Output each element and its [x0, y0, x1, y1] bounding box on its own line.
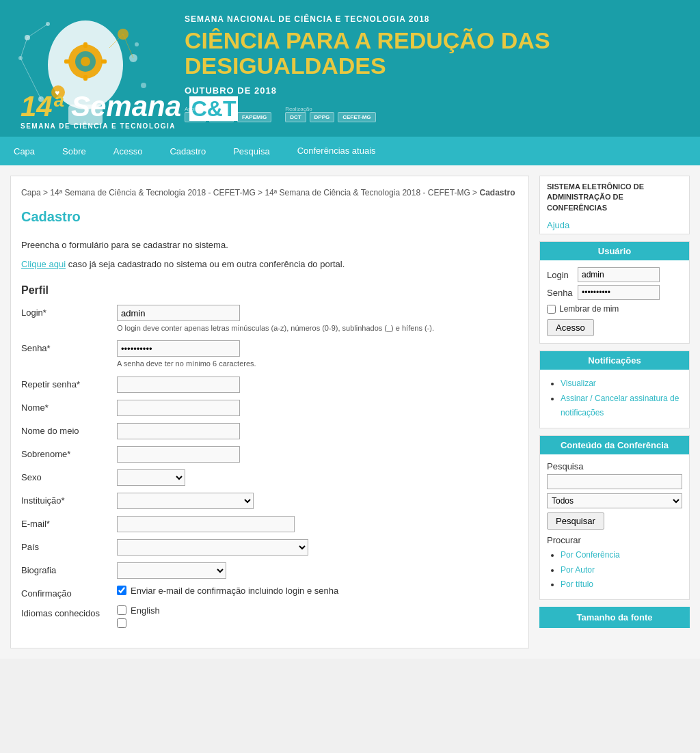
- sponsor-dct: DCT: [285, 112, 306, 122]
- notificacoes-item-2[interactable]: Assinar / Cancelar assinatura de notific…: [561, 392, 682, 421]
- idiomas-label: Idiomas conhecidos: [21, 605, 110, 618]
- senha-sidebar-input[interactable]: [578, 285, 660, 300]
- notificacoes-section-title: Notificações: [540, 351, 689, 370]
- sobrenome-field: [117, 446, 518, 463]
- header-right: SEMANA NACIONAL DE CIÊNCIA E TECNOLOGIA …: [164, 1, 700, 137]
- nome-meio-input[interactable]: [117, 423, 240, 439]
- procurar-link-1[interactable]: Por Conferência: [561, 550, 620, 560]
- email-label: E-mail*: [21, 516, 110, 529]
- nav-cadastro[interactable]: Cadastro: [156, 137, 219, 165]
- email-field: [117, 516, 518, 532]
- senha-hint: A senha deve ter no mínimo 6 caracteres.: [117, 359, 518, 369]
- senha-input[interactable]: [117, 340, 240, 357]
- sexo-select[interactable]: Masculino Feminino: [117, 469, 185, 486]
- idiomas-field: English: [117, 605, 518, 631]
- nome-meio-field: [117, 423, 518, 439]
- confirmacao-field: Enviar e-mail de confirmação incluindo l…: [117, 586, 518, 599]
- repetir-senha-input[interactable]: [117, 376, 240, 393]
- login-sidebar-input[interactable]: [578, 267, 660, 282]
- procurar-item-1[interactable]: Por Conferência: [561, 548, 682, 563]
- sponsor-dppg: DPPG: [310, 112, 335, 122]
- extra-checkbox-row: [117, 618, 518, 628]
- senha-field: A senha deve ter no mínimo 6 caracteres.: [117, 340, 518, 369]
- usuario-section-title: Usuário: [540, 242, 689, 260]
- instituicao-label: Instituição*: [21, 493, 110, 506]
- senha-label: Senha*: [21, 340, 110, 353]
- procurar-label: Procurar: [547, 535, 682, 545]
- procurar-link-2[interactable]: Por Autor: [561, 565, 595, 575]
- email-row: E-mail*: [21, 516, 518, 532]
- email-input[interactable]: [117, 516, 295, 532]
- svg-rect-13: [83, 42, 88, 48]
- pesquisar-button[interactable]: Pesquisar: [547, 512, 604, 530]
- logo-text-area: 14ª Semana C&T SEMANA DE CIÊNCIA E TECNO…: [21, 92, 238, 130]
- sobrenome-row: Sobrenome*: [21, 446, 518, 463]
- login-row: Login* O login deve conter apenas letras…: [21, 305, 518, 333]
- apoio-label: Apoio: [185, 106, 198, 112]
- sidebar-system-title: SISTEMA ELETRÔNICO DE ADMINISTRAÇÃO DE C…: [540, 176, 689, 217]
- confirmacao-label: Confirmação: [21, 586, 110, 599]
- pais-select[interactable]: [117, 539, 308, 556]
- nome-input[interactable]: [117, 400, 240, 416]
- intro-link[interactable]: Clique aqui: [21, 259, 66, 269]
- usuario-section-body: Login Senha Lembrar de mim Acesso: [540, 260, 689, 343]
- english-label: English: [131, 605, 160, 616]
- sponsor-fapemig: FAPEMIG: [237, 112, 271, 122]
- notificacoes-item-1[interactable]: Visualizar: [561, 376, 682, 392]
- svg-line-7: [21, 38, 27, 58]
- nav-acesso[interactable]: Acesso: [100, 137, 157, 165]
- extra-checkbox[interactable]: [117, 618, 126, 628]
- notificacoes-link-1[interactable]: Visualizar: [561, 379, 596, 388]
- sidebar-help-link[interactable]: Ajuda: [540, 217, 689, 234]
- senha-sidebar-label: Senha: [547, 288, 574, 298]
- nav-bar: Capa Sobre Acesso Cadastro Pesquisa Conf…: [0, 137, 700, 165]
- confirmacao-checkbox-label: Enviar e-mail de confirmação incluindo l…: [131, 586, 338, 596]
- pesquisa-select[interactable]: Todos: [547, 493, 682, 508]
- font-size-button[interactable]: Tamanho da fonte: [539, 607, 690, 628]
- content-left: Capa > 14ª Semana de Ciência & Tecnologi…: [10, 176, 529, 648]
- procurar-link-3[interactable]: Por título: [561, 579, 593, 589]
- nav-sobre[interactable]: Sobre: [49, 137, 100, 165]
- sobrenome-input[interactable]: [117, 446, 240, 463]
- pais-row: País: [21, 539, 518, 556]
- biografia-label: Biografia: [21, 562, 110, 575]
- english-checkbox[interactable]: [117, 605, 126, 615]
- svg-line-6: [27, 24, 48, 38]
- realizacao-label: Realização: [285, 106, 312, 112]
- nome-meio-row: Nome do meio: [21, 423, 518, 439]
- sobrenome-label: Sobrenome*: [21, 446, 110, 459]
- svg-rect-16: [101, 59, 107, 64]
- notificacoes-list: Visualizar Assinar / Cancelar assinatura…: [547, 376, 682, 421]
- sidebar-usuario-section: Usuário Login Senha Lembrar de mim Acess…: [539, 241, 690, 344]
- procurar-list: Por Conferência Por Autor Por título: [547, 548, 682, 592]
- login-input[interactable]: [117, 305, 240, 321]
- nav-pesquisa[interactable]: Pesquisa: [219, 137, 283, 165]
- pesquisa-input[interactable]: [547, 474, 682, 489]
- intro-text-2: Clique aqui caso já seja cadastrado no s…: [21, 258, 518, 271]
- acesso-button[interactable]: Acesso: [547, 319, 594, 336]
- remember-label: Lembrar de mim: [559, 304, 619, 314]
- biografia-select[interactable]: [117, 562, 226, 579]
- pais-field: [117, 539, 518, 556]
- sidebar-system-section: SISTEMA ELETRÔNICO DE ADMINISTRAÇÃO DE C…: [539, 176, 690, 234]
- page-title: Cadastro: [21, 209, 518, 228]
- repetir-senha-row: Repetir senha*: [21, 376, 518, 393]
- login-label: Login*: [21, 305, 110, 318]
- nav-capa[interactable]: Capa: [0, 137, 49, 165]
- confirmacao-checkbox[interactable]: [117, 586, 126, 595]
- instituicao-select[interactable]: [117, 493, 254, 509]
- conteudo-section-title: Conteúdo da Conferência: [540, 436, 689, 454]
- sexo-row: Sexo Masculino Feminino: [21, 469, 518, 486]
- svg-point-5: [141, 83, 146, 88]
- remember-checkbox[interactable]: [547, 305, 556, 314]
- nome-meio-label: Nome do meio: [21, 423, 110, 436]
- nome-label: Nome*: [21, 400, 110, 413]
- header-title: CIÊNCIA PARA A REDUÇÃO DAS DESIGUALDADES: [185, 28, 679, 79]
- notificacoes-link-2[interactable]: Assinar / Cancelar assinatura de notific…: [561, 394, 679, 418]
- procurar-item-2[interactable]: Por Autor: [561, 563, 682, 578]
- main-area: Capa > 14ª Semana de Ciência & Tecnologi…: [0, 165, 700, 659]
- nav-conferencias[interactable]: Conferências atuais: [284, 137, 390, 165]
- breadcrumb: Capa > 14ª Semana de Ciência & Tecnologi…: [21, 187, 518, 199]
- procurar-item-3[interactable]: Por título: [561, 577, 682, 592]
- nome-field: [117, 400, 518, 416]
